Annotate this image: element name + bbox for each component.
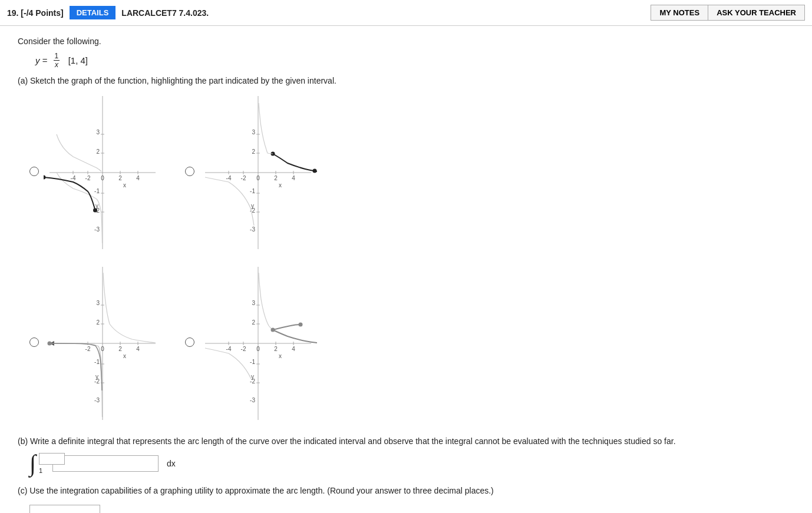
svg-text:-4: -4 <box>226 346 232 352</box>
svg-text:3: 3 <box>96 300 100 306</box>
radio-4[interactable] <box>185 337 194 347</box>
problem-content: Consider the following. y = 1 x [1, 4] (… <box>0 26 812 513</box>
svg-text:2: 2 <box>96 148 100 155</box>
graph-option-1: 3 2 -1 -2 -3 -4 -2 0 2 4 x y <box>29 90 161 255</box>
svg-text:-2: -2 <box>241 346 246 352</box>
radio-3[interactable] <box>29 337 39 347</box>
svg-text:-2: -2 <box>241 175 246 181</box>
svg-text:y: y <box>251 203 254 209</box>
svg-text:2: 2 <box>96 319 100 326</box>
interval: [1, 4] <box>63 55 88 65</box>
svg-text:2: 2 <box>274 175 278 181</box>
svg-point-45 <box>48 342 52 346</box>
fraction: 1 x <box>54 52 60 69</box>
svg-text:3: 3 <box>96 129 100 135</box>
svg-text:-1: -1 <box>94 188 100 194</box>
integral-symbol-container: ∫ 1 <box>29 452 36 475</box>
svg-text:-3: -3 <box>94 226 100 233</box>
part-b-label: (b) Write a definite integral that repre… <box>18 436 794 446</box>
graph-option-3: 3 2 -1 -2 -3 -2 0 2 4 x y <box>29 261 161 426</box>
graphs-area: 3 2 -1 -2 -3 -4 -2 0 2 4 x y <box>29 90 794 426</box>
svg-text:-1: -1 <box>250 188 255 194</box>
question-number: 19. [-/4 Points] <box>7 8 64 18</box>
svg-text:2: 2 <box>118 346 122 352</box>
problem-code: LARCALCET7 7.4.023. <box>121 8 209 18</box>
integral-symbol: ∫ <box>29 450 36 476</box>
svg-text:-1: -1 <box>94 359 100 365</box>
svg-text:2: 2 <box>252 319 255 326</box>
svg-text:0: 0 <box>256 175 260 181</box>
ask-teacher-button[interactable]: ASK YOUR TEACHER <box>708 5 805 21</box>
svg-point-69 <box>313 169 317 173</box>
numerator: 1 <box>54 52 60 61</box>
upper-bound-input[interactable] <box>39 453 65 465</box>
graph-2: 3 2 -1 -2 -3 -4 -2 0 2 4 x y <box>199 90 317 255</box>
svg-text:-4: -4 <box>226 175 232 181</box>
problem-header: 19. [-/4 Points] DETAILS LARCALCET7 7.4.… <box>0 0 812 26</box>
svg-text:-3: -3 <box>250 226 255 233</box>
graph-1: 3 2 -1 -2 -3 -4 -2 0 2 4 x y <box>44 90 161 255</box>
my-notes-button[interactable]: MY NOTES <box>651 5 708 21</box>
svg-point-22 <box>44 176 46 180</box>
graph-3: 3 2 -1 -2 -3 -2 0 2 4 x y <box>44 261 161 426</box>
part-c-label: (c) Use the integration capabilities of … <box>18 486 794 495</box>
svg-text:x: x <box>123 353 126 359</box>
svg-text:0: 0 <box>256 346 260 352</box>
graph-option-4: 3 2 -1 -2 -3 -4 -2 0 2 4 x y <box>185 261 317 426</box>
header-actions: MY NOTES ASK YOUR TEACHER <box>651 5 805 21</box>
part-b-section: (b) Write a definite integral that repre… <box>18 436 794 475</box>
svg-text:y: y <box>95 373 98 380</box>
y-equals: y = <box>35 55 50 65</box>
right-column: 3 2 -1 -2 -3 -4 -2 0 2 4 x y <box>185 90 317 426</box>
svg-text:2: 2 <box>274 346 278 352</box>
part-c-answer-input[interactable] <box>29 505 100 513</box>
svg-text:4: 4 <box>292 175 295 181</box>
left-column: 3 2 -1 -2 -3 -4 -2 0 2 4 x y <box>29 90 161 426</box>
part-c-section: (c) Use the integration capabilities of … <box>18 486 794 513</box>
radio-2[interactable] <box>185 167 194 176</box>
lower-bound: 1 <box>39 468 42 474</box>
svg-text:2: 2 <box>118 175 122 181</box>
graph-option-2: 3 2 -1 -2 -3 -4 -2 0 2 4 x y <box>185 90 317 255</box>
dx-label: dx <box>167 459 176 468</box>
svg-text:-1: -1 <box>250 359 255 365</box>
svg-text:x: x <box>123 182 126 188</box>
denominator: x <box>54 61 60 69</box>
equation-line: y = 1 x [1, 4] <box>35 52 794 69</box>
svg-text:3: 3 <box>252 129 255 135</box>
svg-text:0: 0 <box>101 346 104 352</box>
svg-text:-2: -2 <box>85 346 91 352</box>
svg-text:3: 3 <box>252 300 255 306</box>
svg-text:2: 2 <box>252 148 255 155</box>
svg-text:4: 4 <box>292 346 295 352</box>
svg-text:0: 0 <box>101 175 104 181</box>
svg-text:y: y <box>251 373 254 380</box>
svg-text:y: y <box>95 203 98 209</box>
svg-text:x: x <box>279 182 282 188</box>
svg-text:-2: -2 <box>85 175 91 181</box>
upper-bound-input-wrapper[interactable] <box>39 453 65 465</box>
svg-text:4: 4 <box>136 175 140 181</box>
radio-1[interactable] <box>29 167 39 176</box>
integral-line: ∫ 1 dx <box>29 452 794 475</box>
graph-4: 3 2 -1 -2 -3 -4 -2 0 2 4 x y <box>199 261 317 426</box>
svg-text:4: 4 <box>136 346 140 352</box>
svg-point-23 <box>93 208 97 213</box>
svg-text:-4: -4 <box>71 175 76 181</box>
svg-text:-3: -3 <box>94 397 100 403</box>
svg-text:x: x <box>279 353 282 359</box>
consider-text: Consider the following. <box>18 37 794 46</box>
svg-text:-3: -3 <box>250 397 255 403</box>
details-button[interactable]: DETAILS <box>70 6 116 19</box>
part-a-label: (a) Sketch the graph of the function, hi… <box>18 76 794 85</box>
integrand-input[interactable] <box>52 455 159 472</box>
